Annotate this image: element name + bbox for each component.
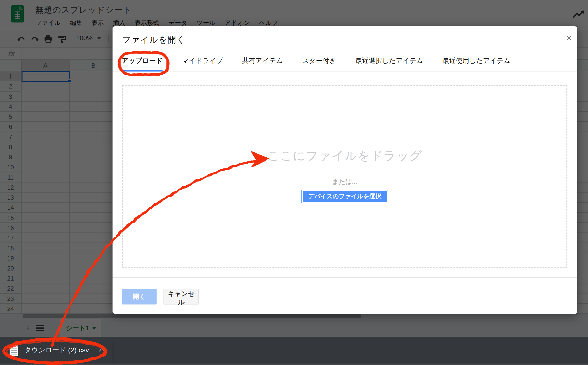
open-file-dialog: ファイルを開く × アップロードマイドライブ共有アイテムスター付き最近選択したア…: [113, 26, 577, 314]
dialog-tab[interactable]: マイドライブ: [182, 56, 223, 71]
browser-download-bar: ダウンロード (2).csv: [0, 337, 588, 365]
download-bar-divider: [113, 342, 113, 362]
downloaded-file-item[interactable]: ダウンロード (2).csv: [10, 337, 105, 364]
google-sheets-window: 無題のスプレッドシート ファイル編集表示挿入表示形式データツールアドオンヘルプ: [0, 0, 588, 365]
downloaded-file-name: ダウンロード (2).csv: [24, 346, 89, 355]
select-device-file-button[interactable]: デバイスのファイルを選択: [301, 190, 388, 203]
or-text: または...: [123, 177, 566, 186]
close-icon[interactable]: ×: [564, 33, 574, 43]
dialog-tab[interactable]: 最近使用したアイテム: [442, 56, 510, 71]
open-button[interactable]: 開く: [122, 289, 157, 304]
dialog-tab[interactable]: 最近選択したアイテム: [355, 56, 423, 71]
dialog-tab[interactable]: スター付き: [302, 56, 336, 71]
file-dropzone[interactable]: ここにファイルをドラッグ または... デバイスのファイルを選択: [122, 85, 567, 268]
drag-here-text: ここにファイルをドラッグ: [123, 148, 566, 164]
dialog-tab[interactable]: 共有アイテム: [242, 56, 283, 71]
dialog-tab-bar: アップロードマイドライブ共有アイテムスター付き最近選択したアイテム最近使用したア…: [113, 56, 577, 71]
download-item-chevron-icon[interactable]: [98, 347, 105, 353]
cancel-button[interactable]: キャンセル: [164, 289, 199, 304]
dialog-title: ファイルを開く: [122, 34, 185, 46]
dialog-tab[interactable]: アップロード: [122, 56, 163, 71]
footer-divider: [113, 277, 577, 278]
csv-file-icon: [10, 345, 18, 356]
